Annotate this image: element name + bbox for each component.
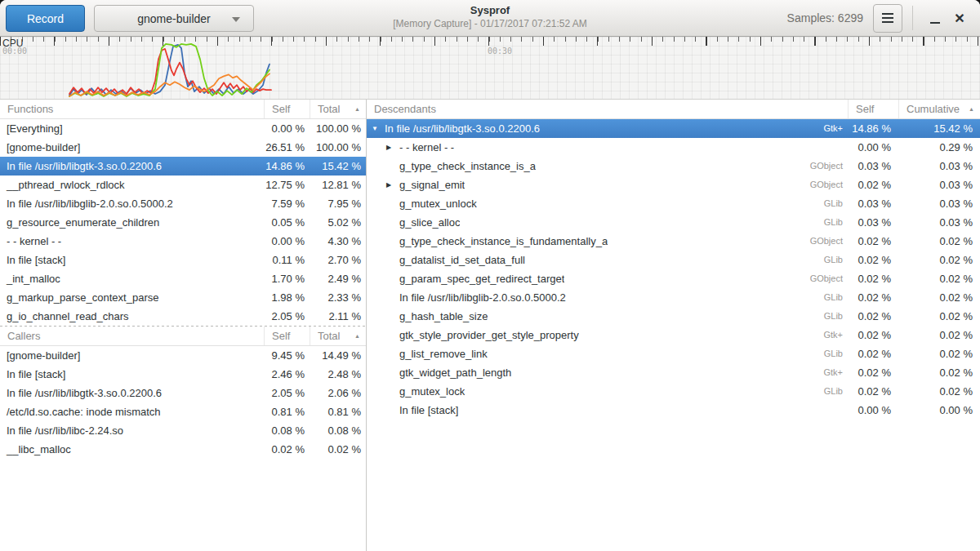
caller-self-value: 0.08 %	[264, 421, 310, 440]
functions-table: [Everything] 0.00 % 100.00 % [gnome-buil…	[0, 119, 366, 326]
function-total-value: 2.11 %	[310, 307, 366, 326]
function-self-value: 0.00 %	[264, 119, 310, 138]
callers-table-row[interactable]: [gnome-builder] 9.45 % 14.49 %	[0, 346, 366, 365]
function-self-value: 14.86 %	[264, 157, 310, 176]
descendants-table-row[interactable]: g_hash_table_size GLib 0.02 % 0.02 %	[367, 307, 980, 326]
descendants-column-header[interactable]: Descendants	[367, 100, 848, 118]
descendant-self-value: 0.00 %	[848, 401, 898, 420]
callers-table-row[interactable]: __libc_malloc 0.02 % 0.02 %	[0, 440, 366, 459]
callers-column-header[interactable]: Callers	[0, 327, 264, 345]
descendant-self-value: 0.03 %	[848, 157, 898, 176]
function-total-value: 15.42 %	[310, 157, 366, 176]
functions-table-row[interactable]: g_markup_parse_context_parse 1.98 % 2.33…	[0, 288, 366, 307]
descendant-self-value: 0.02 %	[848, 326, 898, 344]
functions-table-row[interactable]: g_io_channel_read_chars 2.05 % 2.11 %	[0, 307, 366, 326]
descendants-table-row[interactable]: g_datalist_id_set_data_full GLib 0.02 % …	[367, 251, 980, 269]
descendants-table-header: Descendants Self Cumulative ▲	[367, 100, 980, 119]
record-button[interactable]: Record	[6, 5, 85, 32]
process-selector-dropdown[interactable]: gnome-builder	[94, 5, 254, 32]
functions-table-row[interactable]: __pthread_rwlock_rdlock 12.75 % 12.81 %	[0, 176, 366, 194]
sort-ascending-icon: ▲	[354, 327, 360, 345]
caller-name: [gnome-builder]	[0, 346, 264, 365]
cpu-graph[interactable]: CPU 00:00 00:30	[0, 37, 980, 100]
function-total-value: 12.81 %	[310, 176, 366, 194]
descendants-table-row[interactable]: g_slice_alloc GLib 0.03 % 0.03 %	[367, 213, 980, 232]
minimize-button[interactable]	[923, 4, 947, 33]
callers-table-row[interactable]: In file /usr/lib/libc-2.24.so 0.08 % 0.0…	[0, 421, 366, 440]
descendants-table-row[interactable]: In file /usr/lib/libglib-2.0.so.0.5000.2…	[367, 288, 980, 307]
functions-self-column-header[interactable]: Self	[264, 100, 310, 118]
descendant-self-value: 0.02 %	[848, 269, 898, 288]
callers-total-column-header[interactable]: Total ▲	[310, 327, 366, 345]
functions-column-header[interactable]: Functions	[0, 100, 264, 118]
functions-table-row[interactable]: In file [stack] 0.11 % 2.70 %	[0, 251, 366, 269]
titlebar[interactable]: Record gnome-builder Sysprof [Memory Cap…	[0, 0, 980, 37]
functions-table-row[interactable]: g_resource_enumerate_children 0.05 % 5.0…	[0, 213, 366, 232]
descendants-table-row[interactable]: g_type_check_instance_is_fundamentally_a…	[367, 232, 980, 251]
caller-name: In file /usr/lib/libgtk-3.so.0.2200.6	[0, 384, 264, 402]
descendants-table-row[interactable]: g_mutex_unlock GLib 0.03 % 0.03 %	[367, 194, 980, 213]
functions-table-row[interactable]: In file /usr/lib/libglib-2.0.so.0.5000.2…	[0, 194, 366, 213]
expander-icon[interactable]: ▶	[386, 138, 399, 157]
library-badge: GLib	[817, 251, 848, 269]
descendants-table-row[interactable]: g_param_spec_get_redirect_target GObject…	[367, 269, 980, 288]
descendants-table-row[interactable]: g_type_check_instance_is_a GObject 0.03 …	[367, 157, 980, 176]
function-total-value: 7.95 %	[310, 194, 366, 213]
library-badge: GLib	[817, 344, 848, 363]
expander-icon[interactable]: ▼	[372, 119, 385, 138]
function-self-value: 0.05 %	[264, 213, 310, 232]
process-selector-value: gnome-builder	[137, 12, 211, 25]
left-pane: Functions Self Total ▲ [Everything] 0.00…	[0, 100, 367, 551]
descendants-table-row[interactable]: ▶ g_signal_emit GObject 0.02 % 0.03 %	[367, 176, 980, 194]
descendant-cumulative-value: 0.00 %	[898, 401, 980, 420]
descendant-cumulative-value: 0.02 %	[898, 232, 980, 251]
descendants-table-row[interactable]: g_mutex_lock GLib 0.02 % 0.02 %	[367, 382, 980, 401]
functions-table-row[interactable]: - - kernel - - 0.00 % 4.30 %	[0, 232, 366, 251]
close-button[interactable]: ✕	[947, 4, 972, 33]
descendants-self-column-header[interactable]: Self	[848, 100, 898, 118]
callers-table-row[interactable]: /etc/ld.so.cache: inode mismatch 0.81 % …	[0, 402, 366, 421]
functions-table-row[interactable]: In file /usr/lib/libgtk-3.so.0.2200.6 14…	[0, 157, 366, 176]
descendant-name: In file /usr/lib/libglib-2.0.so.0.5000.2	[399, 288, 566, 307]
descendants-table-row[interactable]: g_list_remove_link GLib 0.02 % 0.02 %	[367, 344, 980, 363]
descendants-table-row[interactable]: ▼ In file /usr/lib/libgtk-3.so.0.2200.6 …	[367, 119, 980, 138]
descendants-cumulative-column-header[interactable]: Cumulative ▲	[898, 100, 980, 118]
chevron-down-icon	[232, 17, 240, 22]
expander-icon[interactable]: ▶	[386, 176, 399, 194]
menu-button[interactable]	[873, 4, 902, 33]
function-total-value: 4.30 %	[310, 232, 366, 251]
caller-name: In file [stack]	[0, 365, 264, 384]
callers-table-row[interactable]: In file /usr/lib/libgtk-3.so.0.2200.6 2.…	[0, 384, 366, 402]
callers-self-column-header[interactable]: Self	[264, 327, 310, 345]
library-badge: GLib	[817, 288, 848, 307]
descendant-cumulative-value: 0.02 %	[898, 269, 980, 288]
function-name: _int_malloc	[0, 269, 264, 288]
descendant-name: g_list_remove_link	[399, 344, 488, 363]
descendant-self-value: 0.02 %	[848, 363, 898, 382]
function-self-value: 1.70 %	[264, 269, 310, 288]
descendant-cumulative-value: 0.02 %	[898, 344, 980, 363]
library-badge: GLib	[817, 194, 848, 213]
caller-self-value: 0.81 %	[264, 402, 310, 421]
function-name: g_resource_enumerate_children	[0, 213, 264, 232]
function-self-value: 0.00 %	[264, 232, 310, 251]
descendants-table-row[interactable]: gtk_widget_path_length Gtk+ 0.02 % 0.02 …	[367, 363, 980, 382]
descendants-table-row[interactable]: ▶ - - kernel - - 0.00 % 0.29 %	[367, 138, 980, 157]
descendant-cumulative-value: 0.02 %	[898, 363, 980, 382]
time-label-start: 00:00	[2, 47, 27, 56]
callers-table-row[interactable]: In file [stack] 2.46 % 2.48 %	[0, 365, 366, 384]
descendants-table-row[interactable]: gtk_style_provider_get_style_property Gt…	[367, 326, 980, 344]
functions-total-column-header[interactable]: Total ▲	[310, 100, 366, 118]
functions-table-row[interactable]: [gnome-builder] 26.51 % 100.00 %	[0, 138, 366, 157]
function-total-value: 100.00 %	[310, 138, 366, 157]
functions-table-row[interactable]: [Everything] 0.00 % 100.00 %	[0, 119, 366, 138]
function-name: In file /usr/lib/libglib-2.0.so.0.5000.2	[0, 194, 264, 213]
descendant-name: g_param_spec_get_redirect_target	[399, 269, 564, 288]
functions-table-row[interactable]: _int_malloc 1.70 % 2.49 %	[0, 269, 366, 288]
library-badge: GObject	[804, 176, 848, 194]
library-badge: GObject	[804, 269, 848, 288]
descendant-self-value: 0.03 %	[848, 194, 898, 213]
descendants-table-row[interactable]: In file [stack] 0.00 % 0.00 %	[367, 401, 980, 420]
timeline-minor-ticks	[0, 37, 980, 42]
function-total-value: 2.49 %	[310, 269, 366, 288]
